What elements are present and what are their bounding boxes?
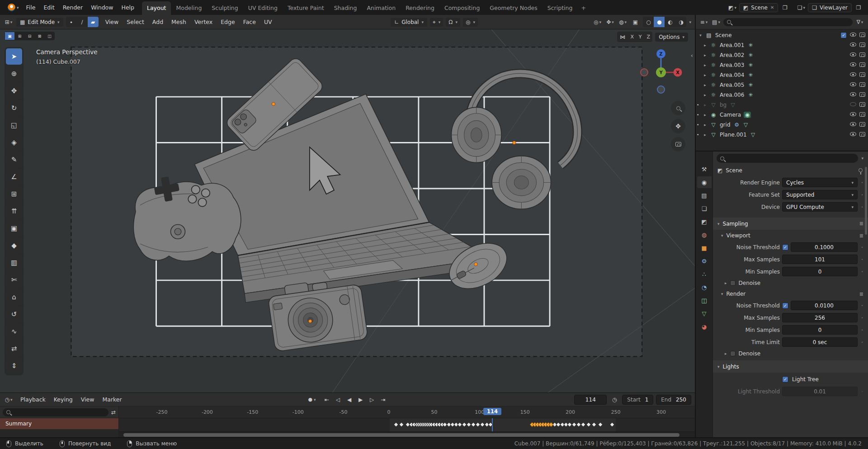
hide-in-viewport-toggle[interactable]: [850, 122, 856, 128]
render-engine-field[interactable]: Cycles▾: [782, 178, 858, 187]
modifier-icon[interactable]: ⚙: [733, 122, 741, 128]
overlays-toggle-button[interactable]: ◍▾: [618, 17, 627, 27]
menu-edit[interactable]: Edit: [39, 2, 58, 13]
pivot-point-selector[interactable]: ⌖▾: [430, 18, 443, 27]
hide-in-viewport-toggle[interactable]: [850, 132, 856, 138]
blender-menu-button[interactable]: ▾: [5, 4, 22, 11]
disable-in-renders-toggle[interactable]: [859, 82, 865, 88]
viewport-menu-face[interactable]: Face: [239, 17, 260, 27]
measure-tool[interactable]: ∠: [6, 169, 22, 185]
select-option-subtract-button[interactable]: ⊟: [25, 32, 34, 40]
noise-threshold-field[interactable]: 0.1000: [791, 242, 858, 252]
outliner-row-area-003[interactable]: •▸☼Area.003✳: [696, 60, 868, 70]
tab-layout[interactable]: Layout: [142, 1, 171, 15]
disable-in-renders-toggle[interactable]: [859, 52, 865, 58]
tab-modeling[interactable]: Modeling: [171, 1, 207, 15]
timeline-menu-keying[interactable]: Keying: [50, 394, 77, 405]
decorator-dot-icon[interactable]: ∙: [860, 180, 864, 184]
properties-tab-object[interactable]: ■: [697, 242, 712, 254]
light-data-icon[interactable]: ✳: [747, 62, 754, 68]
unlink-scene-button[interactable]: ✕: [770, 5, 774, 10]
tab-animation[interactable]: Animation: [362, 1, 401, 15]
disclosure-triangle-icon[interactable]: ▸: [702, 43, 708, 47]
time-limit-field[interactable]: 0 sec: [782, 337, 858, 347]
properties-tab-constraints[interactable]: ◫: [697, 294, 712, 306]
shading-rendered-button[interactable]: ◑: [675, 17, 686, 27]
outliner-row-area-006[interactable]: •▸☼Area.006✳: [696, 90, 868, 100]
hide-in-viewport-toggle[interactable]: [850, 102, 856, 108]
properties-tab-object-data[interactable]: ▽: [697, 307, 712, 319]
properties-tab-modifiers[interactable]: ⚙: [697, 255, 712, 267]
scene-name-field[interactable]: ◩ Scene ✕: [739, 3, 778, 12]
hide-in-viewport-toggle[interactable]: [850, 42, 856, 48]
decorator-dot-icon[interactable]: ∙: [860, 340, 864, 344]
snap-selector[interactable]: Ω▾: [446, 18, 460, 27]
outliner-row-area-004[interactable]: •▸☼Area.004✳: [696, 70, 868, 80]
camera-data-icon[interactable]: ◉: [744, 112, 751, 118]
hide-in-viewport-toggle[interactable]: [850, 92, 856, 98]
add-workspace-button[interactable]: +: [577, 1, 589, 15]
mirror-y-toggle[interactable]: Y: [636, 32, 644, 42]
decorator-dot-icon[interactable]: ∙: [860, 269, 864, 274]
frame-start-field[interactable]: Start1: [622, 395, 653, 405]
noise-threshold-checkbox[interactable]: ✓: [782, 302, 788, 309]
timeline-ruler[interactable]: 114 -250-200-150-100-5005010015020025030…: [119, 406, 695, 418]
light-data-icon[interactable]: ✳: [747, 42, 754, 48]
camera-view-button[interactable]: [671, 137, 685, 151]
outliner-row-plane-001[interactable]: •▸▽Plane.001▽: [696, 130, 868, 140]
smooth-tool[interactable]: ∿: [6, 323, 22, 340]
tab-uv-editing[interactable]: UV Editing: [243, 1, 283, 15]
select-option-intersect-button[interactable]: ◫: [45, 32, 54, 40]
disable-in-renders-toggle[interactable]: [859, 42, 865, 48]
denoise-checkbox[interactable]: [730, 280, 736, 286]
loop-cut-tool[interactable]: ▥: [6, 255, 22, 271]
panel-denoise[interactable]: ▸Denoise: [713, 278, 868, 288]
zoom-button[interactable]: [671, 101, 685, 115]
hide-in-viewport-toggle[interactable]: [850, 72, 856, 78]
play-button[interactable]: ▶: [355, 395, 366, 405]
shading-material-preview-button[interactable]: ◐: [665, 17, 675, 27]
gizmo-axis-z-negative[interactable]: [657, 86, 665, 93]
decorator-dot-icon[interactable]: ∙: [860, 389, 864, 393]
navigation-gizmo[interactable]: Z X Y: [636, 46, 686, 96]
hide-in-viewport-toggle[interactable]: [850, 52, 856, 58]
disclosure-triangle-icon[interactable]: ▾: [698, 33, 703, 38]
denoise-checkbox[interactable]: [730, 351, 736, 356]
scene-browse-button[interactable]: ◩▾: [727, 3, 737, 13]
properties-scrollbar[interactable]: [865, 167, 867, 235]
properties-tab-physics[interactable]: ◔: [697, 281, 712, 293]
properties-tab-world[interactable]: ◍: [697, 229, 712, 241]
move-tool[interactable]: ✥: [6, 83, 22, 99]
menu-render[interactable]: Render: [59, 2, 87, 13]
mirror-z-toggle[interactable]: Z: [644, 32, 652, 42]
properties-options-dropdown[interactable]: ▾: [861, 156, 863, 161]
decorator-dot-icon[interactable]: ∙: [860, 205, 864, 209]
menu-window[interactable]: Window: [87, 2, 117, 13]
tab-rendering[interactable]: Rendering: [401, 1, 439, 15]
new-scene-button[interactable]: ❐: [780, 3, 790, 13]
frame-end-field[interactable]: End250: [656, 395, 691, 405]
outliner-row-camera[interactable]: •▸◉Camera◉: [696, 110, 868, 120]
viewport-menu-mesh[interactable]: Mesh: [167, 17, 190, 27]
edge-select-mode-button[interactable]: ∕: [77, 17, 88, 27]
auto-keying-button[interactable]: ●▾: [306, 395, 317, 405]
tab-texture-paint[interactable]: Texture Paint: [283, 1, 329, 15]
spin-tool[interactable]: ↺: [6, 306, 22, 322]
menu-help[interactable]: Help: [117, 2, 138, 13]
inset-faces-tool[interactable]: ▣: [6, 220, 22, 236]
decorator-dot-icon[interactable]: ∙: [860, 328, 864, 332]
viewport-menu-uv[interactable]: UV: [260, 17, 276, 27]
outliner-row-scene[interactable]: •▾▤Scene✓: [696, 30, 868, 40]
properties-tab-render[interactable]: ◉: [697, 176, 712, 188]
annotate-tool[interactable]: ✎: [6, 151, 22, 168]
properties-tab-scene[interactable]: ◩: [697, 216, 712, 227]
viewport-menu-vertex[interactable]: Vertex: [190, 17, 217, 27]
mesh-data-icon[interactable]: ▽: [750, 132, 757, 138]
collection-checkbox[interactable]: ✓: [840, 32, 847, 38]
jump-to-start-button[interactable]: ⇤: [321, 395, 332, 405]
select-box-tool[interactable]: ➤: [6, 48, 22, 65]
tab-sculpting[interactable]: Sculpting: [207, 1, 243, 15]
properties-tab-material[interactable]: ◕: [697, 321, 712, 332]
disclosure-triangle-icon[interactable]: ▸: [702, 132, 708, 137]
feature-set-field[interactable]: Supported▾: [782, 190, 858, 199]
